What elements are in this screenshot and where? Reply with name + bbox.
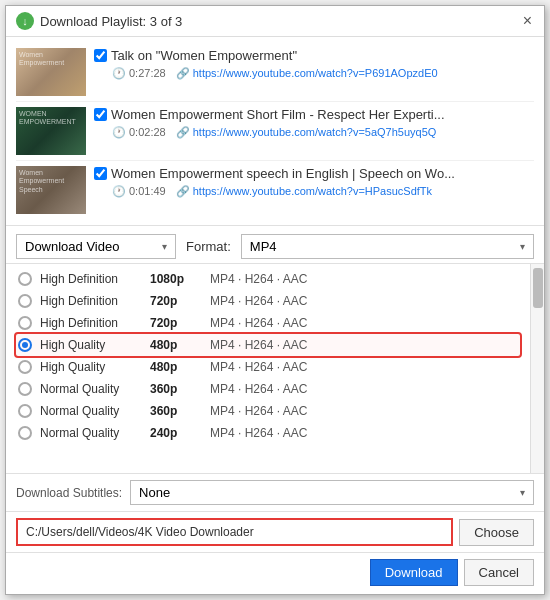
quality-name: Normal Quality <box>40 426 150 440</box>
quality-row[interactable]: High Quality 480p MP4 · H264 · AAC <box>16 334 520 356</box>
video-url-item: 🔗 https://www.youtube.com/watch?v=HPasuc… <box>176 185 432 198</box>
quality-codecs: MP4 · H264 · AAC <box>210 294 307 308</box>
format-label: Format: <box>186 239 231 254</box>
clock-icon: 🕐 <box>112 126 126 139</box>
thumb-text: WOMEN EMPOWERMENT <box>16 107 86 130</box>
quality-resolution: 360p <box>150 404 210 418</box>
video-url-item: 🔗 https://www.youtube.com/watch?v=P691AO… <box>176 67 438 80</box>
scroll-thumb[interactable] <box>533 268 543 308</box>
video-item: WOMEN EMPOWERMENT Women Empowerment Shor… <box>16 102 534 161</box>
download-type-select[interactable]: Download Video ▾ <box>16 234 176 259</box>
video-duration: 🕐 0:01:49 <box>112 185 166 198</box>
title-bar-left: ↓ Download Playlist: 3 of 3 <box>16 12 182 30</box>
quality-name: High Definition <box>40 272 150 286</box>
video-item: Women Empowerment Speech Women Empowerme… <box>16 161 534 219</box>
quality-name: High Definition <box>40 294 150 308</box>
link-icon: 🔗 <box>176 185 190 198</box>
quality-radio[interactable] <box>18 404 32 418</box>
quality-radio[interactable] <box>18 338 32 352</box>
path-input[interactable] <box>16 518 453 546</box>
clock-icon: 🕐 <box>112 67 126 80</box>
video-title-row: Women Empowerment speech in English | Sp… <box>94 166 534 183</box>
quality-radio[interactable] <box>18 426 32 440</box>
quality-resolution: 360p <box>150 382 210 396</box>
video-checkbox[interactable] <box>94 167 107 180</box>
title-bar: ↓ Download Playlist: 3 of 3 × <box>6 6 544 37</box>
quality-row[interactable]: High Definition 720p MP4 · H264 · AAC <box>16 290 520 312</box>
close-button[interactable]: × <box>521 13 534 29</box>
quality-name: Normal Quality <box>40 404 150 418</box>
cancel-button[interactable]: Cancel <box>464 559 534 586</box>
quality-codecs: MP4 · H264 · AAC <box>210 338 307 352</box>
video-meta: 🕐 0:27:28 🔗 https://www.youtube.com/watc… <box>94 67 534 80</box>
quality-codecs: MP4 · H264 · AAC <box>210 316 307 330</box>
quality-radio[interactable] <box>18 360 32 374</box>
video-checkbox[interactable] <box>94 108 107 121</box>
quality-radio[interactable] <box>18 382 32 396</box>
quality-radio[interactable] <box>18 294 32 308</box>
scrollbar[interactable] <box>530 264 544 473</box>
action-row: Download Cancel <box>6 552 544 594</box>
quality-name: High Quality <box>40 338 150 352</box>
quality-name: Normal Quality <box>40 382 150 396</box>
quality-name: High Quality <box>40 360 150 374</box>
quality-resolution: 720p <box>150 316 210 330</box>
link-icon: 🔗 <box>176 126 190 139</box>
video-title: Women Empowerment speech in English | Sp… <box>111 166 455 183</box>
video-url[interactable]: https://www.youtube.com/watch?v=5aQ7h5uy… <box>193 126 437 138</box>
video-url[interactable]: https://www.youtube.com/watch?v=P691AOpz… <box>193 67 438 79</box>
clock-icon: 🕐 <box>112 185 126 198</box>
video-checkbox[interactable] <box>94 49 107 62</box>
subtitles-label: Download Subtitles: <box>16 486 122 500</box>
download-button[interactable]: Download <box>370 559 458 586</box>
video-info: Talk on "Women Empowerment" 🕐 0:27:28 🔗 … <box>94 48 534 80</box>
quality-radio[interactable] <box>18 316 32 330</box>
quality-row[interactable]: Normal Quality 360p MP4 · H264 · AAC <box>16 378 520 400</box>
video-info: Women Empowerment speech in English | Sp… <box>94 166 534 198</box>
path-row: Choose <box>6 511 544 552</box>
chevron-down-icon-3: ▾ <box>520 487 525 498</box>
format-select[interactable]: MP4 ▾ <box>241 234 534 259</box>
quality-name: High Definition <box>40 316 150 330</box>
controls-section: Download Video ▾ Format: MP4 ▾ <box>6 226 544 264</box>
video-meta: 🕐 0:01:49 🔗 https://www.youtube.com/watc… <box>94 185 534 198</box>
link-icon: 🔗 <box>176 67 190 80</box>
video-thumbnail: WOMEN EMPOWERMENT <box>16 107 86 155</box>
chevron-down-icon: ▾ <box>162 241 167 252</box>
video-url[interactable]: https://www.youtube.com/watch?v=HPasucSd… <box>193 185 432 197</box>
quality-list: High Definition 1080p MP4 · H264 · AAC H… <box>6 264 530 473</box>
thumb-text: Women Empowerment Speech <box>16 166 86 197</box>
quality-row[interactable]: High Definition 1080p MP4 · H264 · AAC <box>16 268 520 290</box>
format-value: MP4 <box>250 239 277 254</box>
video-title-row: Women Empowerment Short Film - Respect H… <box>94 107 534 124</box>
controls-row: Download Video ▾ Format: MP4 ▾ <box>16 234 534 259</box>
quality-resolution: 720p <box>150 294 210 308</box>
video-title: Talk on "Women Empowerment" <box>111 48 297 65</box>
quality-radio[interactable] <box>18 272 32 286</box>
dialog-title: Download Playlist: 3 of 3 <box>40 14 182 29</box>
quality-row[interactable]: Normal Quality 240p MP4 · H264 · AAC <box>16 422 520 444</box>
download-playlist-dialog: ↓ Download Playlist: 3 of 3 × Women Empo… <box>5 5 545 595</box>
chevron-down-icon-2: ▾ <box>520 241 525 252</box>
video-title-row: Talk on "Women Empowerment" <box>94 48 534 65</box>
video-duration: 🕐 0:02:28 <box>112 126 166 139</box>
subtitles-value: None <box>139 485 170 500</box>
video-item: Women Empowerment Talk on "Women Empower… <box>16 43 534 102</box>
video-url-item: 🔗 https://www.youtube.com/watch?v=5aQ7h5… <box>176 126 437 139</box>
quality-resolution: 480p <box>150 360 210 374</box>
quality-row[interactable]: Normal Quality 360p MP4 · H264 · AAC <box>16 400 520 422</box>
quality-resolution: 240p <box>150 426 210 440</box>
quality-codecs: MP4 · H264 · AAC <box>210 426 307 440</box>
subtitles-row: Download Subtitles: None ▾ <box>6 473 544 511</box>
download-type-label: Download Video <box>25 239 119 254</box>
subtitles-select[interactable]: None ▾ <box>130 480 534 505</box>
download-icon: ↓ <box>16 12 34 30</box>
quality-codecs: MP4 · H264 · AAC <box>210 382 307 396</box>
video-meta: 🕐 0:02:28 🔗 https://www.youtube.com/watc… <box>94 126 534 139</box>
quality-resolution: 1080p <box>150 272 210 286</box>
quality-resolution: 480p <box>150 338 210 352</box>
quality-row[interactable]: High Definition 720p MP4 · H264 · AAC <box>16 312 520 334</box>
quality-section: High Definition 1080p MP4 · H264 · AAC H… <box>6 264 544 473</box>
choose-button[interactable]: Choose <box>459 519 534 546</box>
quality-row[interactable]: High Quality 480p MP4 · H264 · AAC <box>16 356 520 378</box>
